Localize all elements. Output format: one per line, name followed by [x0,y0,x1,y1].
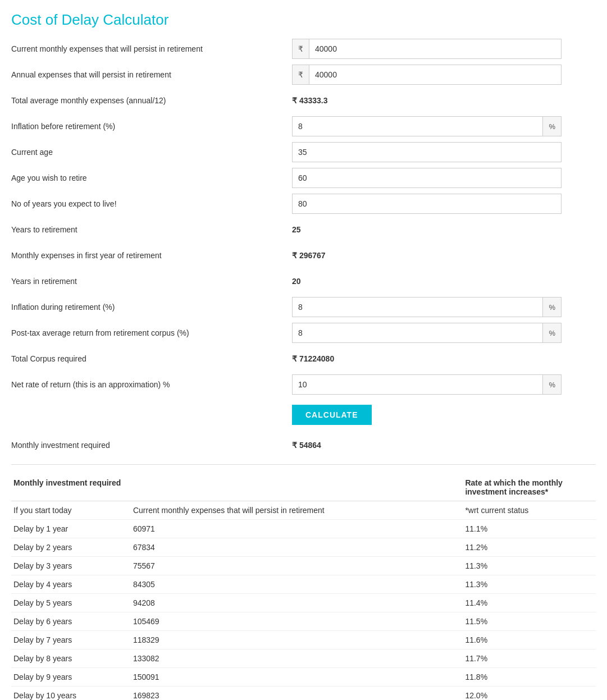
monthly-cell: 94208 [131,594,463,612]
years-to-retirement-row: Years to retirement 25 [11,219,596,240]
scenario-cell: Delay by 1 year [11,520,131,538]
monthly-cell: 105469 [131,612,463,631]
inflation-during-input-wrapper: % [292,297,562,317]
total-avg-monthly-label: Total average monthly expenses (annual/1… [11,96,292,105]
retire-age-input[interactable] [292,168,562,188]
table-row: Delay by 2 years 67834 11.2% [11,538,596,557]
post-tax-return-input[interactable] [292,323,543,343]
years-live-label: No of years you expect to live! [11,199,292,208]
rate-cell: 11.5% [463,612,596,631]
years-live-input-wrapper [292,194,562,214]
table-row: Delay by 7 years 118329 11.6% [11,631,596,649]
rate-cell: 11.7% [463,649,596,668]
currency-prefix-1: ₹ [292,65,309,85]
subheader-col3: *wrt current status [463,501,596,520]
table-row: Delay by 4 years 84305 11.3% [11,575,596,594]
retire-age-row: Age you wish to retire [11,168,596,188]
post-tax-return-row: Post-tax average return from retirement … [11,323,596,343]
monthly-cell: 118329 [131,631,463,649]
inflation-before-label: Inflation before retirement (%) [11,122,292,131]
retire-age-input-wrapper [292,168,562,188]
table-row: Delay by 10 years 169823 12.0% [11,687,596,701]
table-row: Delay by 1 year 60971 11.1% [11,520,596,538]
scenario-cell: Delay by 2 years [11,538,131,557]
post-tax-return-label: Post-tax average return from retirement … [11,328,292,337]
scenario-cell: Delay by 3 years [11,557,131,575]
divider [11,464,596,465]
total-avg-monthly-row: Total average monthly expenses (annual/1… [11,90,596,111]
annual-expenses-input-wrapper: ₹ [292,65,562,85]
current-monthly-expenses-label: Current monthly expenses that will persi… [11,44,292,53]
monthly-investment-result-row: Monthly investment required ₹ 54864 [11,435,596,455]
monthly-investment-result-value: ₹ 54864 [292,441,321,450]
total-corpus-value: ₹ 71224080 [292,354,334,363]
retire-age-label: Age you wish to retire [11,173,292,182]
calculate-button[interactable]: CALCULATE [292,405,372,425]
net-rate-return-input[interactable] [292,374,543,395]
current-age-input-wrapper [292,142,562,162]
inflation-during-input[interactable] [292,297,543,317]
percent-suffix-3: % [543,374,562,395]
inflation-before-input[interactable] [292,116,543,136]
monthly-cell: 169823 [131,687,463,701]
inflation-during-label: Inflation during retirement (%) [11,303,292,312]
rate-cell: 11.3% [463,557,596,575]
delay-table: Monthly investment required Rate at whic… [11,474,596,700]
rate-cell: 11.6% [463,631,596,649]
percent-suffix-2: % [543,323,562,343]
scenario-cell: Delay by 4 years [11,575,131,594]
current-monthly-expenses-input[interactable] [309,39,562,59]
years-in-retirement-value: 20 [292,277,301,286]
rate-cell: 11.2% [463,538,596,557]
scenario-cell: Delay by 9 years [11,668,131,687]
monthly-cell: 150091 [131,668,463,687]
table-subheader-row: If you start today Current monthly expen… [11,501,596,520]
calculator-form: Current monthly expenses that will persi… [11,39,596,455]
monthly-expenses-first-year-value: ₹ 296767 [292,251,326,260]
percent-suffix-1: % [543,297,562,317]
years-in-retirement-label: Years in retirement [11,277,292,286]
monthly-cell: 75567 [131,557,463,575]
current-monthly-expenses-row: Current monthly expenses that will persi… [11,39,596,59]
monthly-cell: 60971 [131,520,463,538]
monthly-cell: 67834 [131,538,463,557]
monthly-cell: 133082 [131,649,463,668]
subheader-col1: If you start today [11,501,131,520]
current-age-label: Current age [11,148,292,157]
annual-expenses-row: Annual expenses that will persist in ret… [11,65,596,85]
table-row: Delay by 9 years 150091 11.8% [11,668,596,687]
scenario-cell: Delay by 6 years [11,612,131,631]
rate-cell: 12.0% [463,687,596,701]
inflation-during-row: Inflation during retirement (%) % [11,297,596,317]
total-avg-monthly-value: ₹ 43333.3 [292,96,328,105]
years-live-row: No of years you expect to live! [11,194,596,214]
percent-suffix-0: % [543,116,562,136]
delay-table-section: Monthly investment required Rate at whic… [11,474,596,700]
net-rate-return-input-wrapper: % [292,374,562,395]
scenario-cell: Delay by 10 years [11,687,131,701]
table-header-row: Monthly investment required Rate at whic… [11,474,596,501]
table-header-empty [131,474,463,501]
monthly-expenses-first-year-label: Monthly expenses in first year of retire… [11,251,292,260]
current-age-input[interactable] [292,142,562,162]
net-rate-return-row: Net rate of return (this is an approxima… [11,374,596,395]
page-title: Cost of Delay Calculator [11,11,596,29]
scenario-cell: Delay by 7 years [11,631,131,649]
subheader-col2: Current monthly expenses that will persi… [131,501,463,520]
years-live-input[interactable] [292,194,562,214]
years-in-retirement-row: Years in retirement 20 [11,271,596,291]
total-corpus-label: Total Corpus required [11,354,292,363]
annual-expenses-input[interactable] [309,65,562,85]
post-tax-return-input-wrapper: % [292,323,562,343]
rate-cell: 11.3% [463,575,596,594]
rate-cell: 11.8% [463,668,596,687]
years-to-retirement-label: Years to retirement [11,225,292,234]
calculate-row: CALCULATE [11,400,596,429]
inflation-before-row: Inflation before retirement (%) % [11,116,596,136]
table-row: Delay by 3 years 75567 11.3% [11,557,596,575]
table-row: Delay by 8 years 133082 11.7% [11,649,596,668]
annual-expenses-label: Annual expenses that will persist in ret… [11,70,292,79]
scenario-cell: Delay by 8 years [11,649,131,668]
table-row: Delay by 5 years 94208 11.4% [11,594,596,612]
table-header-monthly: Monthly investment required [11,474,131,501]
